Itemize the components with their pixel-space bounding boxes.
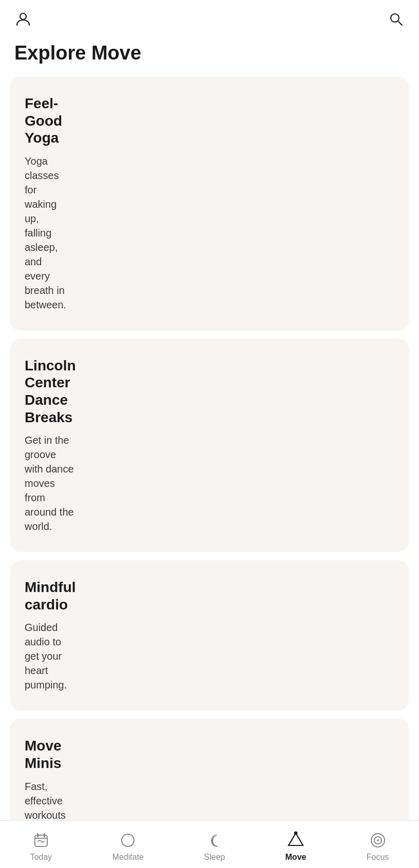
move-icon: [287, 831, 305, 850]
today-icon: [32, 831, 50, 850]
nav-item-sleep[interactable]: Sleep: [194, 829, 235, 864]
top-bar: [0, 0, 419, 38]
search-icon[interactable]: [387, 10, 405, 30]
svg-rect-22: [44, 833, 45, 837]
card-title-cardio: Mindful cardio: [25, 579, 76, 613]
card-text-cardio: Mindful cardio Guided audio to get your …: [10, 560, 88, 711]
nav-item-meditate[interactable]: Meditate: [102, 829, 154, 864]
card-lincoln-dance[interactable]: Lincoln Center Dance Breaks Get in the g…: [10, 339, 409, 552]
cards-container: Feel-Good Yoga Yoga classes for waking u…: [0, 76, 419, 868]
nav-label-move: Move: [285, 853, 307, 862]
svg-point-24: [294, 832, 297, 835]
sleep-icon: [205, 831, 224, 850]
nav-item-focus[interactable]: Focus: [356, 829, 399, 864]
card-feel-good-yoga[interactable]: Feel-Good Yoga Yoga classes for waking u…: [10, 76, 409, 330]
profile-icon[interactable]: [14, 10, 32, 30]
svg-point-0: [20, 13, 26, 19]
focus-icon: [369, 831, 387, 850]
nav-label-meditate: Meditate: [112, 853, 144, 862]
nav-item-move[interactable]: Move: [275, 829, 317, 864]
bottom-nav: Today Meditate Sleep Move: [0, 820, 419, 868]
page-title: Explore Move: [0, 38, 419, 76]
svg-line-2: [398, 21, 402, 25]
card-desc-yoga: Yoga classes for waking up, falling asle…: [25, 154, 66, 312]
card-text-dance: Lincoln Center Dance Breaks Get in the g…: [10, 339, 88, 552]
svg-rect-21: [37, 833, 39, 837]
card-desc-cardio: Guided audio to get your heart pumping.: [25, 620, 76, 692]
svg-point-27: [377, 839, 379, 841]
card-text-yoga: Feel-Good Yoga Yoga classes for waking u…: [10, 76, 79, 330]
card-title-yoga: Feel-Good Yoga: [25, 95, 66, 147]
svg-point-23: [122, 834, 134, 846]
nav-label-today: Today: [30, 853, 52, 862]
card-title-minis: Move Minis: [25, 737, 69, 772]
nav-item-today[interactable]: Today: [20, 829, 63, 864]
card-mindful-cardio[interactable]: Mindful cardio Guided audio to get your …: [10, 560, 409, 711]
nav-label-focus: Focus: [367, 853, 389, 862]
meditate-icon: [119, 831, 137, 850]
nav-label-sleep: Sleep: [204, 853, 225, 862]
card-title-dance: Lincoln Center Dance Breaks: [25, 357, 76, 426]
card-desc-dance: Get in the groove with dance moves from …: [25, 433, 76, 534]
